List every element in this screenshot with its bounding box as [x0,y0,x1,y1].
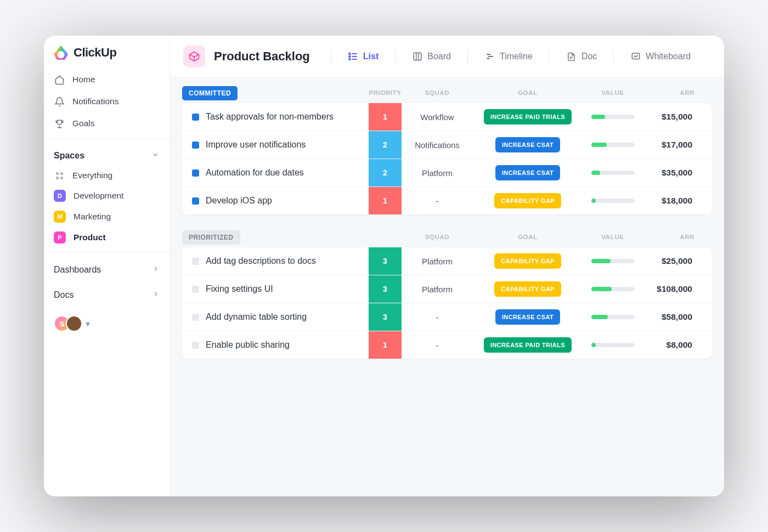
goal-badge[interactable]: INCREASE PAID TRIALS [484,109,572,124]
priority-cell[interactable]: 2 [369,131,402,159]
task-name: Develop iOS app [206,196,272,206]
priority-cell[interactable]: 1 [369,103,402,131]
space-badge-d: D [54,190,66,202]
task-row[interactable]: Add dynamic table sorting 3 - INCREASE C… [182,303,712,331]
arr-cell: $8,000 [643,340,698,350]
space-everything[interactable]: Everything [44,166,170,185]
task-group: PRIORITIZED SQUAD GOAL VALUE ARR Add tag… [182,232,712,359]
squad-cell[interactable]: Platform [402,168,473,178]
status-dot-icon [192,286,199,293]
view-tab-board[interactable]: Board [409,49,454,64]
nav-home[interactable]: Home [44,69,170,90]
task-name: Improve user notifications [206,140,306,150]
priority-cell[interactable]: 3 [369,247,402,275]
task-name-cell: Improve user notifications [182,140,369,150]
progress-bar [591,171,634,175]
squad-cell[interactable]: - [402,341,473,350]
spaces-label: Spaces [54,151,84,161]
divider [44,252,170,253]
task-row[interactable]: Task approvals for non-members 1 Workflo… [182,103,712,131]
member-avatars[interactable]: S ▾ [44,308,170,339]
squad-cell[interactable]: Platform [402,285,473,294]
status-dot-icon [192,142,199,149]
goal-badge[interactable]: CAPABILITY GAP [494,193,561,208]
goal-badge[interactable]: INCREASE PAID TRIALS [484,337,572,353]
spaces-header[interactable]: Spaces [44,144,170,166]
arr-cell: $58,000 [643,312,698,322]
goal-badge[interactable]: INCREASE CSAT [495,309,560,325]
nav-docs-label: Docs [54,290,74,300]
nav-dashboards[interactable]: Dashboards [44,257,170,282]
task-row[interactable]: Improve user notifications 2 Notificatio… [182,131,712,159]
task-name: Enable public sharing [206,340,290,350]
task-name-cell: Fixing settings UI [182,284,369,294]
goal-badge[interactable]: CAPABILITY GAP [494,281,561,297]
status-dot-icon [192,342,199,349]
squad-cell[interactable]: Workflow [402,112,473,122]
task-name-cell: Add dynamic table sorting [182,312,369,322]
task-row[interactable]: Enable public sharing 1 - INCREASE PAID … [182,331,712,359]
chevron-down-icon [151,150,160,161]
view-tab-timeline-label: Timeline [500,52,533,61]
brand[interactable]: ClickUp [44,38,170,69]
space-development[interactable]: D Development [44,185,170,206]
task-group: COMMITTED PRIORITY SQUAD GOAL VALUE ARR … [182,88,712,214]
trophy-icon [54,118,65,129]
squad-cell[interactable]: - [402,196,473,206]
value-cell [583,315,643,319]
goal-badge[interactable]: INCREASE CSAT [495,137,560,152]
col-header-arr: ARR [643,89,698,96]
view-tab-doc[interactable]: Doc [563,49,600,64]
space-badge-p: P [54,231,66,244]
svg-rect-14 [633,53,640,59]
nav-docs[interactable]: Docs [44,282,170,308]
col-header-priority: PRIORITY [369,89,402,96]
progress-bar [591,287,634,291]
group-header: COMMITTED PRIORITY SQUAD GOAL VALUE ARR [182,88,712,103]
squad-cell[interactable]: Platform [402,257,473,266]
group-chip[interactable]: COMMITTED [182,86,238,100]
arr-cell: $18,000 [643,196,698,206]
col-header-squad: SQUAD [402,89,473,96]
nav-goals[interactable]: Goals [44,112,170,134]
space-marketing[interactable]: M Marketing [44,206,170,227]
view-tab-whiteboard-label: Whiteboard [646,52,691,61]
divider [331,49,331,64]
space-marketing-label: Marketing [74,212,111,222]
view-tab-timeline[interactable]: Timeline [481,49,536,64]
priority-cell[interactable]: 3 [369,275,402,303]
value-cell [583,287,643,291]
goal-badge[interactable]: CAPABILITY GAP [494,253,561,269]
space-product[interactable]: P Product [44,227,170,248]
task-row[interactable]: Add tag descriptions to docs 3 Platform … [182,247,712,275]
task-row[interactable]: Automation for due dates 2 Platform INCR… [182,159,712,187]
priority-cell[interactable]: 3 [369,303,402,331]
priority-cell[interactable]: 1 [369,331,402,359]
progress-bar [591,259,634,263]
view-tab-whiteboard[interactable]: Whiteboard [627,49,694,64]
svg-point-5 [349,59,351,60]
home-icon [54,74,65,85]
space-everything-label: Everything [72,171,112,180]
task-rows: Task approvals for non-members 1 Workflo… [182,103,712,214]
task-row[interactable]: Develop iOS app 1 - CAPABILITY GAP $18,0… [182,187,712,214]
grid-icon [54,170,65,181]
nav-home-label: Home [72,75,95,84]
progress-bar [591,143,634,147]
status-dot-icon [192,114,199,121]
value-cell [583,199,643,203]
arr-cell: $17,000 [643,140,698,150]
nav-notifications[interactable]: Notifications [44,90,170,112]
col-header-value: VALUE [583,234,643,240]
task-row[interactable]: Fixing settings UI 3 Platform CAPABILITY… [182,275,712,303]
priority-cell[interactable]: 2 [369,159,402,186]
group-chip[interactable]: PRIORITIZED [182,230,240,245]
space-product-label: Product [74,233,106,242]
goal-badge[interactable]: INCREASE CSAT [495,165,560,180]
squad-cell[interactable]: - [402,313,473,322]
divider [549,49,550,64]
view-tab-list[interactable]: List [345,49,382,64]
app-window: ClickUp Home Notifications Goals Spaces [44,36,724,496]
priority-cell[interactable]: 1 [369,187,402,214]
squad-cell[interactable]: Notifications [402,140,473,150]
